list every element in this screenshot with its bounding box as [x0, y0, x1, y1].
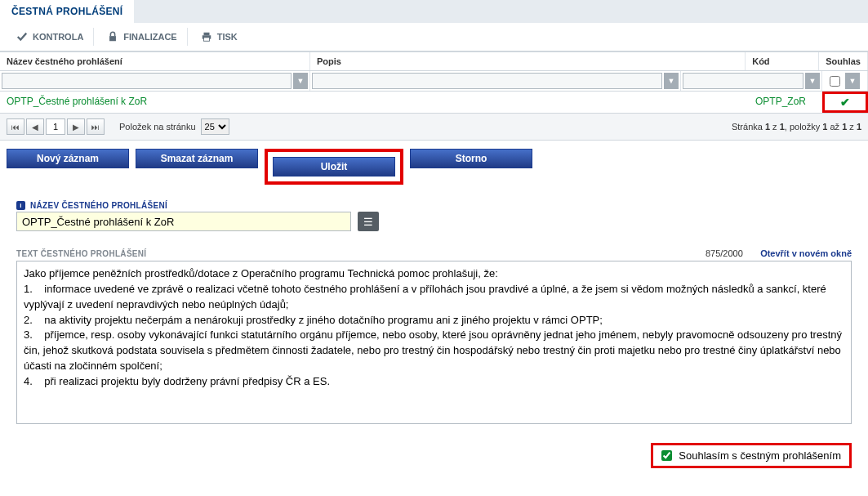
actions: Nový záznam Smazat záznam Uložit Storno — [0, 141, 868, 196]
filter-name-input[interactable] — [2, 73, 292, 89]
tisk-label: TISK — [217, 32, 238, 42]
pager-page-input[interactable] — [46, 118, 65, 135]
novy-zaznam-button[interactable]: Nový záznam — [7, 149, 129, 168]
pager-size-select[interactable]: 25 — [201, 118, 229, 135]
funnel-icon: ▼ — [668, 77, 675, 85]
filter-name-button[interactable]: ▼ — [293, 73, 308, 89]
row-consent: ✔ — [822, 92, 868, 113]
filter-desc-input[interactable] — [312, 73, 662, 89]
kontrola-label: KONTROLA — [33, 32, 83, 42]
form: i NÁZEV ČESTNÉHO PROHLÁŠENÍ ☰ TEXT ČESTN… — [0, 196, 868, 436]
row-desc — [310, 92, 749, 113]
pager-prev[interactable]: ◀ — [26, 118, 44, 135]
funnel-icon: ▼ — [297, 77, 305, 85]
filter-consent-checkbox[interactable] — [830, 76, 840, 87]
smazat-zaznam-button[interactable]: Smazat záznam — [136, 149, 258, 168]
finalizace-button[interactable]: FINALIZACE — [97, 28, 187, 46]
svg-rect-0 — [109, 36, 116, 41]
name-label: i NÁZEV ČESTNÉHO PROHLÁŠENÍ — [16, 201, 852, 210]
finalizace-label: FINALIZACE — [123, 32, 176, 42]
name-input[interactable] — [16, 212, 351, 231]
check-green-icon: ✔ — [840, 96, 850, 109]
pager-info: Stránka 1 z 1, položky 1 až 1 z 1 — [732, 122, 861, 132]
storno-button[interactable]: Storno — [410, 149, 532, 168]
check-icon — [16, 31, 28, 42]
picker-button[interactable]: ☰ — [358, 212, 379, 231]
ulozit-button[interactable]: Uložit — [273, 157, 395, 177]
pager-size-label: Položek na stránku — [119, 122, 196, 132]
filter-code-button[interactable]: ▼ — [805, 73, 820, 89]
lock-icon — [107, 31, 118, 42]
filter-code-input[interactable] — [683, 73, 803, 89]
consent-row: Souhlasím s čestným prohlášením — [0, 436, 868, 475]
declaration-textarea[interactable] — [16, 261, 852, 424]
row-name: OPTP_Čestné prohlášení k ZoR — [0, 92, 310, 113]
filter-desc-button[interactable]: ▼ — [664, 73, 679, 89]
list-icon: ☰ — [363, 216, 373, 228]
table-row[interactable]: OPTP_Čestné prohlášení k ZoR OPTP_ZoR ✔ — [0, 92, 868, 113]
header-name[interactable]: Název čestného prohlášení — [0, 52, 310, 70]
toolbar: KONTROLA FINALIZACE TISK — [0, 23, 868, 51]
prev-icon: ◀ — [32, 123, 38, 132]
kontrola-button[interactable]: KONTROLA — [7, 28, 94, 46]
consent-box[interactable]: Souhlasím s čestným prohlášením — [651, 443, 852, 468]
funnel-icon: ▼ — [809, 77, 817, 85]
consent-label: Souhlasím s čestným prohlášením — [679, 449, 841, 462]
open-new-window-link[interactable]: Otevřít v novém okně — [760, 248, 852, 258]
header-consent[interactable]: Souhlas — [819, 52, 868, 70]
ulozit-highlight: Uložit — [265, 149, 403, 185]
header-code[interactable]: Kód — [746, 52, 819, 70]
text-label: TEXT ČESTNÉHO PROHLÁŠENÍ — [16, 249, 146, 258]
char-counter: 875/2000 — [706, 248, 743, 258]
grid-header: Název čestného prohlášení Popis Kód Souh… — [0, 52, 868, 71]
grid: Název čestného prohlášení Popis Kód Souh… — [0, 51, 868, 114]
svg-rect-3 — [203, 38, 209, 41]
consent-checkbox[interactable] — [661, 450, 672, 461]
filter-row: ▼ ▼ ▼ ▼ — [0, 71, 868, 92]
print-icon — [201, 31, 212, 42]
info-icon: i — [16, 201, 25, 210]
next-icon: ▶ — [73, 123, 79, 132]
pager: ⏮ ◀ ▶ ⏭ Položek na stránku 25 Stránka 1 … — [0, 114, 868, 141]
tisk-button[interactable]: TISK — [191, 28, 247, 46]
last-icon: ⏭ — [91, 123, 100, 132]
pager-next[interactable]: ▶ — [67, 118, 85, 135]
header-desc[interactable]: Popis — [310, 52, 746, 70]
pager-last[interactable]: ⏭ — [87, 118, 105, 135]
tab-bar: ČESTNÁ PROHLÁŠENÍ — [0, 0, 868, 23]
svg-rect-1 — [203, 33, 209, 36]
funnel-icon: ▼ — [849, 77, 857, 85]
pager-first[interactable]: ⏮ — [7, 118, 24, 135]
tab-active[interactable]: ČESTNÁ PROHLÁŠENÍ — [0, 0, 134, 23]
filter-consent-button[interactable]: ▼ — [845, 73, 860, 89]
first-icon: ⏮ — [11, 123, 20, 132]
row-code: OPTP_ZoR — [749, 92, 822, 113]
